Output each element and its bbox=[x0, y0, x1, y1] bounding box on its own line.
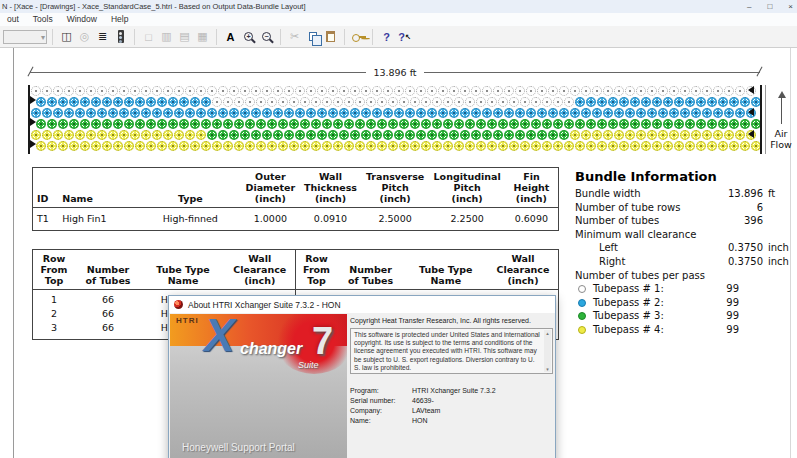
tube bbox=[493, 86, 503, 96]
tube bbox=[69, 97, 79, 107]
tube bbox=[218, 86, 228, 96]
tube bbox=[718, 119, 728, 129]
maximize-button[interactable]: □ bbox=[767, 0, 772, 13]
tube bbox=[526, 108, 536, 118]
menu-item-tools[interactable]: Tools bbox=[26, 13, 60, 26]
tube bbox=[300, 141, 310, 151]
tube bbox=[520, 119, 530, 129]
tubepass-label: Tubepass # 2: bbox=[593, 296, 671, 310]
tube bbox=[207, 86, 217, 96]
tube bbox=[647, 86, 657, 96]
bundle-rows-icon[interactable]: ≣ bbox=[94, 28, 111, 46]
scroll-up-icon[interactable]: ▴ bbox=[544, 330, 551, 336]
context-help-icon[interactable]: ?↖ bbox=[396, 28, 413, 46]
tube bbox=[179, 141, 189, 151]
info-unit bbox=[763, 201, 791, 215]
tube bbox=[581, 108, 591, 118]
license-scrollbar[interactable]: ▴ ▾ bbox=[544, 330, 551, 372]
tube bbox=[608, 141, 618, 151]
bundle-info-row: Right0.3750inch bbox=[575, 255, 791, 269]
tube bbox=[47, 119, 57, 129]
tube bbox=[190, 119, 200, 129]
tube bbox=[256, 141, 266, 151]
tube bbox=[174, 86, 184, 96]
tube-bundle-diagram bbox=[30, 86, 760, 153]
htri-brand-text: HTRI bbox=[176, 316, 199, 325]
tube-row-3 bbox=[31, 108, 757, 119]
about-dialog-title-bar[interactable]: About HTRI Xchanger Suite 7.3.2 - HON bbox=[169, 296, 555, 313]
zoom-in-icon[interactable]: + bbox=[240, 28, 257, 46]
tube bbox=[515, 108, 525, 118]
split-window-icon[interactable]: ◫ bbox=[58, 28, 75, 46]
tube bbox=[421, 119, 431, 129]
tube bbox=[42, 108, 52, 118]
tube bbox=[333, 141, 343, 151]
scroll-down-icon[interactable]: ▾ bbox=[544, 366, 551, 372]
tube bbox=[509, 97, 519, 107]
tube bbox=[306, 108, 316, 118]
tube bbox=[658, 108, 668, 118]
bundle-width-dimension: 13.896 ft bbox=[30, 66, 760, 78]
xchanger-x-letter: X bbox=[204, 314, 235, 362]
tube bbox=[740, 119, 750, 129]
minimize-button[interactable]: – bbox=[747, 0, 751, 13]
about-field-row: Program:HTRI Xchanger Suite 7.3.2 bbox=[350, 386, 553, 396]
tube bbox=[218, 108, 228, 118]
key-icon[interactable] bbox=[350, 28, 367, 46]
tube bbox=[603, 130, 613, 140]
col-header-tube-type-name: Tube Type Name bbox=[141, 250, 225, 290]
font-icon[interactable]: A bbox=[222, 28, 239, 46]
col-header-wall-clearance: Wall Clearance (inch) bbox=[488, 250, 558, 290]
col-header-tube-type-name: Tube Type Name bbox=[404, 250, 488, 290]
tube bbox=[399, 97, 409, 107]
tubepass-row-1: Tubepass # 1:99 bbox=[575, 282, 791, 296]
htri-xchanger-logo: HTRI X changer Suite 7 Honeywell Support… bbox=[170, 314, 347, 458]
help-icon[interactable]: ? bbox=[378, 28, 395, 46]
pass-marker-left-2 bbox=[30, 118, 36, 126]
menu-item-window[interactable]: Window bbox=[60, 13, 104, 26]
tube bbox=[399, 119, 409, 129]
about-dialog-title: About HTRI Xchanger Suite 7.3.2 - HON bbox=[188, 300, 341, 310]
tube bbox=[449, 86, 459, 96]
tube bbox=[454, 141, 464, 151]
menu-item-out[interactable]: out bbox=[0, 13, 26, 26]
about-field-value: HON bbox=[412, 416, 428, 426]
tube-pass-lights-icon[interactable] bbox=[112, 28, 129, 46]
layout-select-combo[interactable] bbox=[3, 30, 47, 44]
tube-row-1 bbox=[31, 86, 757, 97]
paste-icon[interactable] bbox=[322, 28, 339, 46]
tube bbox=[597, 119, 607, 129]
tube bbox=[328, 86, 338, 96]
tube bbox=[97, 130, 107, 140]
tube bbox=[64, 86, 74, 96]
info-unit bbox=[763, 214, 791, 228]
tube bbox=[702, 130, 712, 140]
tube bbox=[669, 86, 679, 96]
about-field-label: Serial number: bbox=[350, 396, 412, 406]
tube bbox=[487, 97, 497, 107]
copy-icon[interactable] bbox=[304, 28, 321, 46]
tube bbox=[317, 130, 327, 140]
tube bbox=[603, 86, 613, 96]
tube bbox=[713, 86, 723, 96]
tube bbox=[207, 108, 217, 118]
tube bbox=[487, 119, 497, 129]
tube bbox=[471, 86, 481, 96]
tube bbox=[476, 141, 486, 151]
tube-row-6 bbox=[36, 141, 760, 152]
close-button[interactable]: × bbox=[788, 0, 793, 13]
tube bbox=[372, 86, 382, 96]
tube bbox=[355, 141, 365, 151]
tube bbox=[344, 119, 354, 129]
tube bbox=[564, 141, 574, 151]
zoom-out-icon[interactable]: − bbox=[258, 28, 275, 46]
tube bbox=[586, 119, 596, 129]
menu-item-help[interactable]: Help bbox=[104, 13, 135, 26]
col-header-transverse-pitch: Transverse Pitch (inch) bbox=[361, 168, 430, 208]
info-value: 0.3750 bbox=[715, 241, 763, 255]
tube bbox=[751, 119, 760, 129]
tube bbox=[350, 86, 360, 96]
tube bbox=[729, 141, 739, 151]
bundle-info-row: Minimum wall clearance bbox=[575, 228, 791, 242]
tube bbox=[53, 108, 63, 118]
